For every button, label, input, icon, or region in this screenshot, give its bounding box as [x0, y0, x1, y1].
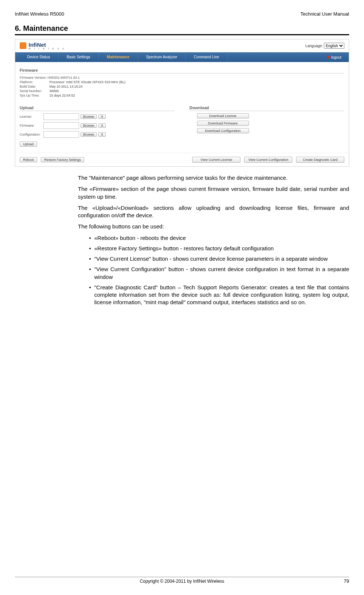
fw-platform-label: Platform: [20, 80, 49, 84]
bullet-reboot: «Reboot» button - reboots the device [89, 234, 349, 242]
upload-button[interactable]: Upload [20, 142, 37, 147]
language-select[interactable]: English [324, 43, 344, 49]
doc-header-right: Technical User Manual [300, 11, 349, 17]
restore-factory-button[interactable]: Restore Factory Settings [41, 157, 84, 162]
page-footer: Copyright © 2004-2011 by InfiNet Wireles… [15, 577, 349, 584]
upload-license-label: License: [20, 115, 42, 118]
view-license-button[interactable]: View Current License [192, 157, 240, 163]
download-firmware-button[interactable]: Download Firmware [197, 121, 249, 126]
fw-serial-label: Serial Number: [20, 89, 49, 93]
fw-uptime-label: Sys Up Time: [20, 94, 49, 97]
section-rule [15, 34, 349, 35]
logout-icon [327, 56, 330, 59]
clear-firmware-button[interactable]: X [98, 123, 106, 128]
upload-config-input[interactable] [43, 131, 79, 138]
clear-license-button[interactable]: X [98, 114, 106, 119]
para-2: The «Firmware» section of the page shows… [78, 185, 349, 201]
browse-config-button[interactable]: Browse [81, 132, 97, 137]
browse-firmware-button[interactable]: Browse [81, 123, 97, 128]
app-header: InfiNet w i r e l e s s Language: Englis… [15, 39, 349, 52]
maintenance-screenshot: InfiNet w i r e l e s s Language: Englis… [15, 39, 349, 167]
page-number: 79 [344, 578, 349, 584]
copyright-text: Copyright © 2004-2011 by InfiNet Wireles… [140, 579, 224, 584]
bullet-view-config: "View Current Configuration" button - sh… [89, 266, 349, 281]
language-label: Language: [305, 44, 323, 48]
firmware-version: Firmware Version: H05S01-MINTv1.83.1 [20, 76, 80, 79]
browse-license-button[interactable]: Browse [81, 114, 97, 119]
download-license-button[interactable]: Download License [197, 113, 249, 118]
upload-firmware-input[interactable] [43, 122, 79, 129]
fw-builddate-label: Build Date: [20, 85, 49, 88]
view-config-button[interactable]: View Current Configuration [244, 157, 292, 163]
tab-spectrum-analyzer[interactable]: Spectrum Analyzer [138, 52, 186, 62]
upload-header: Upload [20, 103, 175, 111]
reboot-button[interactable]: Reboot [20, 157, 37, 162]
create-diagnostic-button[interactable]: Create Diagnostic Card [296, 157, 344, 163]
logo: InfiNet w i r e l e s s [20, 42, 65, 50]
bullet-restore: «Restore Factory Settings» button - rest… [89, 245, 349, 252]
download-header: Download [190, 103, 345, 111]
section-heading: 6. Maintenance [15, 24, 349, 33]
logout-link[interactable]: logout [327, 55, 345, 59]
tab-command-line[interactable]: Command Line [186, 52, 228, 62]
para-4: The following buttons can be used: [78, 223, 349, 230]
logo-subtext: w i r e l e s s [29, 47, 65, 50]
doc-header-left: InfiNet Wireless R5000 [15, 11, 64, 17]
fw-builddate-value: May 10 2011 14:16:24 [49, 85, 83, 88]
bullet-diag-card: "Create Diagnostic Card" button – Tech S… [89, 284, 349, 306]
bullet-view-license: "View Current License" button - shows cu… [89, 255, 349, 263]
fw-serial-value: 38998 [49, 89, 59, 93]
fw-platform-value: Processor: Intel STE XScale IXP42X 533-M… [49, 80, 125, 84]
logo-icon [20, 42, 26, 49]
tab-device-status[interactable]: Device Status [19, 52, 59, 62]
fw-uptime-value: 15 days 22:04:52 [49, 94, 75, 97]
tab-bar: Device Status Basic Settings Maintenance… [15, 52, 349, 62]
upload-license-input[interactable] [43, 113, 79, 120]
tab-basic-settings[interactable]: Basic Settings [59, 52, 99, 62]
logout-label: logout [331, 55, 341, 59]
firmware-header: Firmware [20, 66, 344, 74]
upload-firmware-label: Firmware: [20, 124, 42, 127]
download-config-button[interactable]: Download Configuration [197, 128, 249, 133]
body-text: The "Maintenance" page allows performing… [78, 174, 349, 306]
para-3: The «Upload»/«Download» sections allow u… [78, 204, 349, 220]
clear-config-button[interactable]: X [98, 132, 106, 137]
para-1: The "Maintenance" page allows performing… [78, 174, 349, 182]
upload-config-label: Configuration: [20, 133, 42, 136]
tab-maintenance[interactable]: Maintenance [99, 52, 138, 62]
